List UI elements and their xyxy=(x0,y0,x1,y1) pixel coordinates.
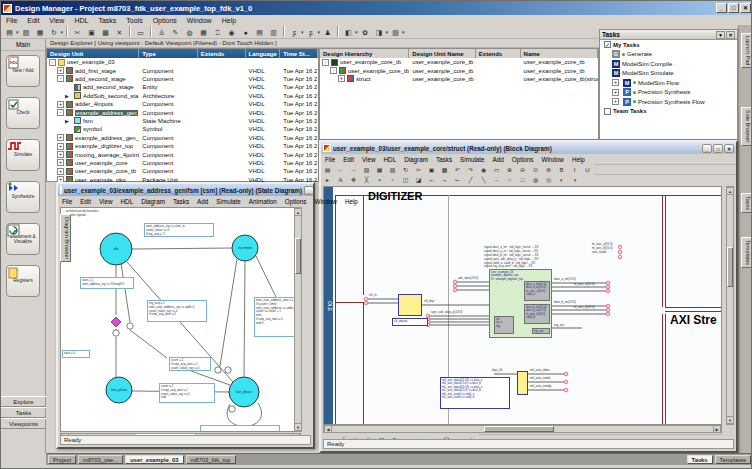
tool-icon-19[interactable]: ◑ xyxy=(568,174,581,186)
templates-icon-dropdown[interactable]: ▾ xyxy=(386,29,389,35)
side-tab-templates[interactable]: Templates xyxy=(741,237,752,268)
gray-block-4[interactable]: trig_out xyxy=(532,328,550,334)
block-diagram-canvas[interactable]: OLEuser_example_03example_digitizer_topI… xyxy=(323,186,722,425)
tool-icon-9[interactable]: ¬ xyxy=(438,174,451,186)
new-icon-dropdown[interactable]: ▾ xyxy=(16,29,19,35)
transition-box-6[interactable]: count = 1if step_acq_wire = 1count_value… xyxy=(159,383,215,403)
taskbar-tab-project[interactable]: Project xyxy=(48,455,76,464)
table-row[interactable]: -example_address_genComponentVHDLTue Apr… xyxy=(47,108,318,116)
side-tab-tasks[interactable]: Tasks xyxy=(741,193,752,213)
signal-trace-icon-dropdown[interactable]: ▾ xyxy=(318,29,321,35)
column-header-design-unit[interactable]: Design Unit xyxy=(47,49,139,58)
tree-expander[interactable]: + xyxy=(612,79,619,86)
tool-icon-17[interactable]: ◎ xyxy=(542,174,555,186)
tree-expander[interactable]: + xyxy=(57,101,64,108)
transition-box-7[interactable] xyxy=(200,425,280,432)
tool-icon-0[interactable]: ▸ xyxy=(321,174,334,186)
column-header-name[interactable]: Name xyxy=(521,49,598,58)
tree-expander[interactable]: + xyxy=(57,134,64,141)
browse-icon[interactable]: ✿ xyxy=(359,26,372,38)
tree-expander[interactable]: ▶ xyxy=(65,93,74,99)
block-close-button[interactable]: ✕ xyxy=(724,144,734,153)
team-tasks-item[interactable]: Team Tasks xyxy=(600,107,737,117)
yellow-block-7[interactable] xyxy=(517,371,528,395)
menu-item-help[interactable]: Help xyxy=(341,198,362,205)
task-item-modelsim-simulate[interactable]: MModelSim Simulate xyxy=(600,69,737,79)
tasks-panel-menu-button[interactable]: ▾ xyxy=(716,31,725,39)
tool-icon-15[interactable]: □ xyxy=(516,174,529,186)
gray-block-3[interactable]: clkrst_ntrig xyxy=(494,316,514,334)
menu-item-view[interactable]: View xyxy=(44,16,69,25)
table-row[interactable]: add_second_stageEntityVHDLTue Apr 16 2 xyxy=(47,83,318,91)
cut-icon[interactable]: ✂ xyxy=(71,26,84,38)
menu-item-file[interactable]: File xyxy=(1,16,22,25)
sidebar-button-registers[interactable]: Registers xyxy=(6,265,40,297)
close-button[interactable]: ✕ xyxy=(740,3,751,13)
table-view-icon[interactable]: ▦ xyxy=(197,26,210,38)
bluebox-block-6[interactable]: clk_wizard xyxy=(392,318,428,326)
tree-expander[interactable]: + xyxy=(57,143,64,150)
bluebox-block-8[interactable]: m0_axis_tdata(31:16) <= dout_am0_axis_td… xyxy=(440,377,510,409)
table-row[interactable]: +moving_average_4pointsComponentVHDLTue … xyxy=(47,150,318,158)
menu-item-file[interactable]: File xyxy=(58,198,76,205)
menu-item-edit[interactable]: Edit xyxy=(22,16,44,25)
menu-item-add[interactable]: Add xyxy=(193,198,212,205)
table-row[interactable]: -user_example_core_tbuser_example_core_t… xyxy=(320,58,598,66)
tool-icon-20[interactable]: U xyxy=(581,164,594,176)
task-item-precision-synthesis-flow[interactable]: +PPrecision Synthesis Flow xyxy=(600,97,737,107)
generate-icon[interactable]: ♙ xyxy=(155,26,168,38)
menu-item-file[interactable]: File xyxy=(321,156,339,163)
column-header-design-hierarchy[interactable]: Design Hierarchy xyxy=(320,49,409,58)
tree-expander[interactable]: + xyxy=(57,159,64,166)
sidebar-button-document-visualize[interactable]: Document & Visualize xyxy=(6,223,40,255)
my-tasks-item[interactable]: ✓My Tasks xyxy=(600,40,737,50)
export-icon-dropdown[interactable]: ▾ xyxy=(61,29,64,35)
menu-item-diagram[interactable]: Diagram xyxy=(400,156,432,163)
table-row[interactable]: +user_example_core_tbComponentVHDLTue Ap… xyxy=(47,167,318,175)
table-row[interactable]: +example_digitizer_topComponentVHDLTue A… xyxy=(47,142,318,150)
side-tab-side-browser[interactable]: Side Browser xyxy=(741,107,752,146)
tool-icon-7[interactable]: ◪ xyxy=(412,174,425,186)
new-icon[interactable]: ▤ xyxy=(3,26,16,38)
menu-item-help[interactable]: Help xyxy=(568,156,589,163)
sidebar-tab-explore[interactable]: Explore xyxy=(1,396,46,407)
tool-icon-11[interactable]: ╱ xyxy=(464,174,477,186)
state-minimize-button[interactable]: _ xyxy=(304,186,313,195)
table-row[interactable]: +structuser_example_core_tbuser_example_… xyxy=(320,75,598,83)
sidebar-button-check[interactable]: Check xyxy=(6,97,40,129)
web-export-icon[interactable]: ◍ xyxy=(183,26,196,38)
tree-expander[interactable]: + xyxy=(57,168,64,175)
copy-icon[interactable]: ▣ xyxy=(85,26,98,38)
taskbar-tab-user-example-03[interactable]: user_example_03 xyxy=(125,455,183,464)
menu-item-options[interactable]: Options xyxy=(148,16,182,25)
sidebar-tab-tasks[interactable]: Tasks xyxy=(1,407,46,418)
tool-icon-16[interactable]: ◍ xyxy=(529,174,542,186)
tree-expander[interactable]: - xyxy=(57,109,64,116)
taskbar-tab-templates[interactable]: Templates xyxy=(715,455,751,464)
column-header-time-st-[interactable]: Time St... xyxy=(280,49,318,58)
signal-spy-icon-dropdown[interactable]: ▾ xyxy=(301,29,304,35)
table-row[interactable]: +user_example_coreComponentVHDLTue Apr 1… xyxy=(47,159,318,167)
tool-icon-13[interactable]: → xyxy=(490,174,503,186)
tree-expander[interactable]: + xyxy=(612,98,619,105)
tool-icon-14[interactable]: ○ xyxy=(503,174,516,186)
taskbar-tab-m8703-fdk-top[interactable]: m8703_fdk_top xyxy=(186,455,236,464)
taskbar-tab-m8703-use-[interactable]: m8703_use... xyxy=(78,455,123,464)
block-horizontal-scrollbar[interactable]: ◀ ▶ xyxy=(323,425,722,433)
table-row[interactable]: ▶fsmState MachineVHDLTue Apr 16 2 xyxy=(47,117,318,125)
menu-item-help[interactable]: Help xyxy=(217,16,241,25)
side-tab-launch-pad[interactable]: Launch Pad xyxy=(741,33,752,68)
minimize-button[interactable]: _ xyxy=(716,3,727,13)
tool-icon-6[interactable]: ◫ xyxy=(399,174,412,186)
column-header-extends[interactable]: Extends xyxy=(198,49,246,58)
menu-item-tasks[interactable]: Tasks xyxy=(169,198,193,205)
transition-box-2[interactable]: trig_acq = 1next_start_address_sig <= ad… xyxy=(147,300,207,322)
menu-item-view[interactable]: View xyxy=(358,156,380,163)
table-row[interactable]: +example_address_gen_topComponentVHDLTue… xyxy=(47,134,318,142)
maximize-button[interactable]: □ xyxy=(728,3,739,13)
tree-expander[interactable]: + xyxy=(57,67,64,74)
tool-icon-12[interactable]: ╲ xyxy=(477,174,490,186)
hierarchy-icon[interactable]: ♖ xyxy=(211,26,224,38)
tool-icon-2[interactable]: ✥ xyxy=(347,174,360,186)
sidebar-button-simulate[interactable]: Simulate xyxy=(6,139,40,171)
